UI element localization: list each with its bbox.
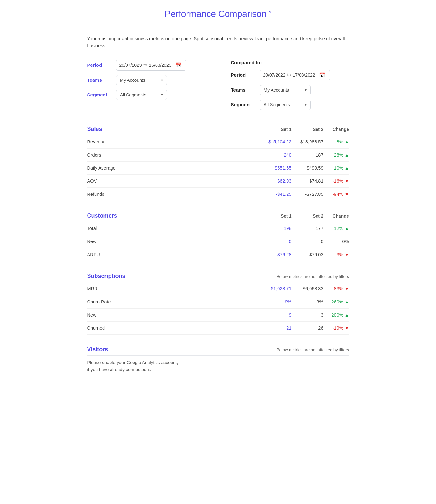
- arrow-down-icon: ▼: [345, 192, 349, 197]
- compared-to-label: Compared to:: [231, 60, 349, 65]
- visitors-title: Visitors: [87, 346, 108, 353]
- row-set1: $62.93: [260, 179, 292, 184]
- row-change: 0%: [324, 239, 349, 244]
- row-set2: $499.59: [292, 165, 324, 171]
- row-set2: 26: [292, 325, 324, 331]
- row-change: 260% ▲: [324, 299, 349, 304]
- teams-select-left[interactable]: My Accounts ▾: [116, 75, 167, 85]
- sales-title: Sales: [87, 126, 102, 133]
- period-input-left[interactable]: 20/07/2023 to 16/08/2023 📅: [116, 60, 186, 71]
- visitors-section: Visitors Below metrics are not affected …: [87, 346, 349, 373]
- row-set1: $76.28: [260, 252, 292, 257]
- sales-section: Sales Set 1 Set 2 Change Revenue $15,104…: [87, 126, 349, 201]
- teams-label-left: Teams: [87, 77, 116, 83]
- period-to-left: 16/08/2023: [149, 63, 171, 68]
- sales-rows: Revenue $15,104.22 $13,988.57 8% ▲ Order…: [87, 135, 349, 201]
- row-set1: 9%: [260, 299, 292, 304]
- filter-item-segment-left: Segment All Segments ▾: [87, 90, 205, 100]
- teams-label-right: Teams: [231, 87, 260, 93]
- period-label-left: Period: [87, 62, 116, 68]
- table-row: Churn Rate 9% 3% 260% ▲: [87, 295, 349, 309]
- customers-header-row: Customers Set 1 Set 2 Change: [87, 212, 349, 222]
- col-header-set2: Set 2: [292, 127, 324, 132]
- filter-item-period-left: Period 20/07/2023 to 16/08/2023 📅: [87, 60, 205, 71]
- row-set2: $74.81: [292, 179, 324, 184]
- chevron-down-icon-teams-left: ▾: [161, 78, 163, 82]
- row-set1: 9: [260, 312, 292, 317]
- row-label: Total: [87, 226, 260, 231]
- arrow-up-icon: ▲: [345, 139, 349, 144]
- table-row: Revenue $15,104.22 $13,988.57 8% ▲: [87, 135, 349, 149]
- row-label: Churn Rate: [87, 299, 260, 304]
- row-label: Refunds: [87, 192, 260, 197]
- row-set1: -$41.25: [260, 192, 292, 197]
- teams-value-left: My Accounts: [120, 78, 145, 83]
- customers-section: Customers Set 1 Set 2 Change Total 198 1…: [87, 212, 349, 261]
- filter-group-left: Period 20/07/2023 to 16/08/2023 📅 Teams …: [87, 60, 205, 114]
- filter-group-right: Compared to: Period 20/07/2022 to 17/08/…: [231, 60, 349, 114]
- table-row: Refunds -$41.25 -$727.85 -94% ▼: [87, 188, 349, 201]
- col-header-set2-c: Set 2: [292, 213, 324, 218]
- row-set1: $551.65: [260, 165, 292, 171]
- row-set2: 177: [292, 226, 324, 231]
- filter-item-teams-right: Teams My Accounts ▾: [231, 85, 349, 95]
- page-title: Performance Comparison ˅: [164, 9, 271, 19]
- period-label-right: Period: [231, 72, 260, 78]
- row-set1: 21: [260, 325, 292, 331]
- row-label: MRR: [87, 286, 260, 291]
- to-text-left: to: [144, 63, 147, 67]
- col-header-change: Change: [324, 127, 349, 132]
- row-change: -94% ▼: [324, 192, 349, 197]
- row-label: Churned: [87, 325, 260, 331]
- filter-item-teams-left: Teams My Accounts ▾: [87, 75, 205, 85]
- customers-rows: Total 198 177 12% ▲ New 0 0 0% ARPU $76.…: [87, 222, 349, 261]
- segment-select-left[interactable]: All Segments ▾: [116, 90, 167, 100]
- row-set1: 240: [260, 152, 292, 157]
- visitors-note-line2: if you have already connected it.: [87, 366, 349, 373]
- filters-row: Period 20/07/2023 to 16/08/2023 📅 Teams …: [87, 60, 349, 114]
- table-row: ARPU $76.28 $79.03 -3% ▼: [87, 248, 349, 261]
- table-row: Orders 240 187 28% ▲: [87, 149, 349, 162]
- row-set1: 0: [260, 239, 292, 244]
- to-text-right: to: [287, 73, 291, 77]
- subscriptions-title: Subscriptions: [87, 273, 126, 279]
- row-label: ARPU: [87, 252, 260, 257]
- table-row: New 9 3 200% ▲: [87, 309, 349, 322]
- row-change: -83% ▼: [324, 286, 349, 291]
- title-chevron-icon[interactable]: ˅: [269, 11, 272, 18]
- main-container: Your most important business metrics on …: [74, 26, 362, 404]
- row-change: 28% ▲: [324, 152, 349, 157]
- arrow-down-icon: ▼: [345, 286, 349, 291]
- row-set1: $15,104.22: [260, 139, 292, 144]
- row-change: -19% ▼: [324, 325, 349, 331]
- chevron-down-icon-teams-right: ▾: [305, 88, 307, 92]
- table-row: AOV $62.93 $74.81 -16% ▼: [87, 175, 349, 188]
- filter-item-segment-right: Segment All Segments ▾: [231, 100, 349, 110]
- period-from-left: 20/07/2023: [119, 63, 142, 68]
- row-label: New: [87, 239, 260, 244]
- subscriptions-section: Subscriptions Below metrics are not affe…: [87, 273, 349, 335]
- row-set2: 3: [292, 312, 324, 317]
- calendar-icon-left: 📅: [175, 62, 181, 68]
- customers-title: Customers: [87, 212, 117, 219]
- row-change: 10% ▲: [324, 165, 349, 171]
- row-change: 200% ▲: [324, 312, 349, 317]
- visitors-filter-note: Below metrics are not affected by filter…: [277, 347, 349, 352]
- row-set2: 3%: [292, 299, 324, 304]
- segment-label-left: Segment: [87, 92, 116, 97]
- arrow-up-icon: ▲: [345, 226, 349, 231]
- teams-value-right: My Accounts: [264, 88, 289, 93]
- row-set2: $6,068.33: [292, 286, 324, 291]
- teams-select-right[interactable]: My Accounts ▾: [260, 85, 311, 95]
- chevron-down-icon-segment-right: ▾: [305, 103, 307, 107]
- col-header-set1: Set 1: [260, 127, 292, 132]
- row-change: -16% ▼: [324, 179, 349, 184]
- segment-value-left: All Segments: [120, 92, 146, 97]
- period-input-right[interactable]: 20/07/2022 to 17/08/2022 📅: [260, 70, 330, 80]
- segment-label-right: Segment: [231, 102, 260, 107]
- filter-item-period-right: Period 20/07/2022 to 17/08/2022 📅: [231, 70, 349, 80]
- row-set1: 198: [260, 226, 292, 231]
- calendar-icon-right: 📅: [319, 72, 325, 78]
- segment-select-right[interactable]: All Segments ▾: [260, 100, 311, 110]
- table-row: Daily Average $551.65 $499.59 10% ▲: [87, 162, 349, 175]
